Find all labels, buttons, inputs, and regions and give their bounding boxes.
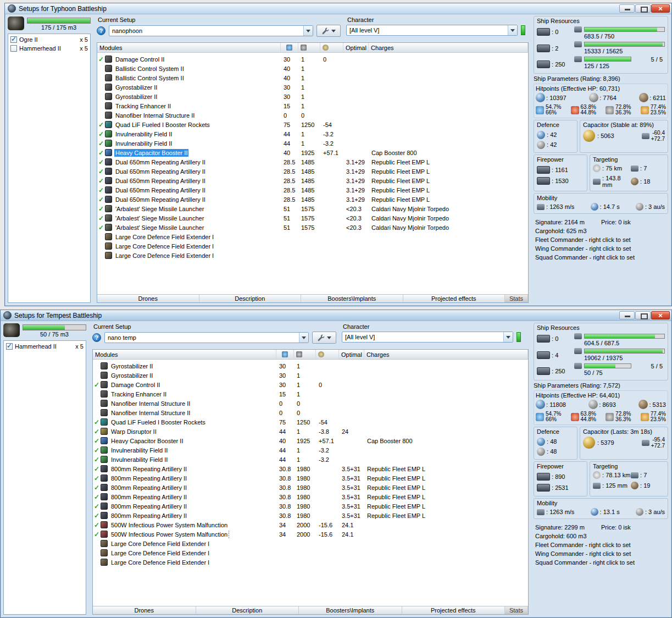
maximize-button[interactable]: [635, 4, 651, 13]
module-row[interactable]: 800mm Repeating Artillery II 30.8 1980 3…: [93, 501, 528, 511]
module-row[interactable]: Invulnerability Field II 44 1 -3.2: [97, 129, 528, 139]
module-row[interactable]: Gyrostabilizer II 30 1: [93, 371, 528, 380]
module-row[interactable]: 800mm Repeating Artillery II 30.8 1980 3…: [93, 473, 528, 483]
module-row[interactable]: Dual 650mm Repeating Artillery II 28.5 1…: [97, 167, 528, 176]
module-row[interactable]: Warp Disruptor II 44 1 -3.8 24: [93, 427, 528, 436]
close-button[interactable]: [651, 311, 670, 319]
module-row[interactable]: 800mm Repeating Artillery II 30.8 1980 3…: [93, 464, 528, 473]
wing-commander-setting[interactable]: Wing Commander - right click to set: [535, 550, 667, 557]
module-row[interactable]: Invulnerability Field II 44 1 -3.2: [97, 139, 528, 148]
module-row[interactable]: Dual 650mm Repeating Artillery II 28.5 1…: [97, 176, 528, 185]
setup-combobox[interactable]: nanophoon: [109, 25, 313, 36]
squad-commander-setting[interactable]: Squad Commander - right click to set: [535, 559, 667, 566]
module-row[interactable]: Gyrostabilizer II 30 1: [97, 82, 528, 92]
module-row[interactable]: Large Core Defence Field Extender I: [97, 241, 528, 251]
module-row[interactable]: 500W Infectious Power System Malfunction…: [93, 520, 528, 529]
titlebar[interactable]: Setups for Tempest Battleship: [1, 310, 671, 321]
footer-tab[interactable]: Projected effects: [402, 606, 506, 614]
module-row[interactable]: Ballistic Control System II 40 1: [97, 64, 528, 73]
column-header-cpu[interactable]: [281, 43, 298, 52]
column-header-charges[interactable]: Charges: [369, 43, 528, 52]
module-row[interactable]: Invulnerability Field II 44 1 -3.2: [93, 445, 528, 455]
minimize-button[interactable]: [619, 311, 635, 319]
module-row[interactable]: 'Arbalest' Siege Missile Launcher 51 157…: [97, 213, 528, 223]
column-header-cpu[interactable]: [276, 350, 294, 359]
module-row[interactable]: 800mm Repeating Artillery II 30.8 1980 3…: [93, 511, 528, 520]
help-icon[interactable]: [97, 26, 105, 35]
module-row[interactable]: Ballistic Control System II 40 1: [97, 73, 528, 82]
character-combobox[interactable]: [All level V]: [342, 332, 513, 343]
column-header-capacitor[interactable]: [316, 350, 339, 359]
titlebar[interactable]: Setups for Typhoon Battleship: [5, 3, 671, 14]
footer-tab[interactable]: Stats: [505, 606, 528, 614]
module-row[interactable]: 'Arbalest' Siege Missile Launcher 51 157…: [97, 223, 528, 232]
footer-tab[interactable]: Drones: [97, 295, 199, 302]
module-row[interactable]: Nanofiber Internal Structure II 0 0: [93, 399, 528, 408]
module-row[interactable]: Dual 650mm Repeating Artillery II 28.5 1…: [97, 157, 528, 167]
drone-list[interactable]: Ogre II x 5 Hammerhead II x 5: [8, 34, 91, 303]
column-header-capacitor[interactable]: [320, 43, 343, 52]
column-header-powergrid[interactable]: [298, 43, 320, 52]
module-row[interactable]: Large Core Defence Field Extender I: [93, 539, 528, 548]
drone-list-item[interactable]: Ogre II x 5: [9, 35, 90, 44]
module-row[interactable]: Damage Control II 30 1 0: [93, 380, 528, 389]
tools-button[interactable]: [312, 332, 336, 344]
fleet-commander-setting[interactable]: Fleet Commander - right click to set: [535, 542, 667, 548]
footer-tab[interactable]: Projected effects: [403, 295, 506, 302]
footer-tab[interactable]: Drones: [93, 606, 196, 614]
module-row[interactable]: Large Core Defence Field Extender I: [97, 251, 528, 260]
footer-tab[interactable]: Description: [199, 295, 302, 302]
module-row[interactable]: Dual 650mm Repeating Artillery II 28.5 1…: [97, 185, 528, 195]
drone-checkbox[interactable]: [6, 343, 13, 350]
module-row[interactable]: 'Arbalest' Siege Missile Launcher 51 157…: [97, 204, 528, 213]
squad-commander-setting[interactable]: Squad Commander - right click to set: [535, 254, 667, 261]
drone-checkbox[interactable]: [10, 45, 17, 52]
maximize-button[interactable]: [635, 311, 651, 319]
module-row[interactable]: 800mm Repeating Artillery II 30.8 1980 3…: [93, 492, 528, 501]
module-row[interactable]: Invulnerability Field II 44 1 -3.2: [93, 455, 528, 464]
module-row[interactable]: Quad LiF Fueled I Booster Rockets 75 125…: [93, 417, 528, 427]
module-row[interactable]: 500W Infectious Power System Malfunction…: [93, 529, 528, 539]
column-header-modules[interactable]: Modules: [93, 350, 276, 359]
module-row[interactable]: Heavy Capacitor Booster II 40 1925 +57.1…: [97, 148, 528, 157]
drone-list[interactable]: Hammerhead II x 5: [3, 340, 86, 615]
modules-table-header[interactable]: Modules Optimal Charges: [97, 43, 528, 53]
column-header-powergrid[interactable]: [294, 350, 316, 359]
module-row[interactable]: Heavy Capacitor Booster II 40 1925 +57.1…: [93, 436, 528, 445]
combobox-dropdown-icon[interactable]: [303, 26, 313, 36]
fleet-commander-setting[interactable]: Fleet Commander - right click to set: [535, 236, 667, 243]
module-row[interactable]: Dual 650mm Repeating Artillery II 28.5 1…: [97, 195, 528, 204]
module-row[interactable]: Nanofiber Internal Structure II 0 0: [97, 111, 528, 120]
module-row[interactable]: Tracking Enhancer II 15 1: [97, 101, 528, 111]
column-header-modules[interactable]: Modules: [97, 43, 281, 52]
module-row[interactable]: Large Core Defence Field Extender I: [93, 558, 528, 567]
module-row[interactable]: Quad LiF Fueled I Booster Rockets 75 125…: [97, 120, 528, 129]
module-row[interactable]: Tracking Enhancer II 15 1: [93, 389, 528, 399]
footer-tab[interactable]: Boosters\Implants: [299, 606, 402, 614]
footer-tab[interactable]: Stats: [505, 295, 528, 302]
module-row[interactable]: Nanofiber Internal Structure II 0 0: [93, 408, 528, 417]
drone-list-item[interactable]: Hammerhead II x 5: [9, 44, 90, 53]
combobox-dropdown-icon[interactable]: [508, 25, 517, 35]
combobox-dropdown-icon[interactable]: [299, 333, 308, 343]
column-header-charges[interactable]: Charges: [364, 350, 528, 359]
close-button[interactable]: [651, 4, 670, 13]
module-row[interactable]: Large Core Defence Field Extender I: [93, 548, 528, 558]
tools-button[interactable]: [316, 25, 341, 37]
module-row[interactable]: Damage Control II 30 1 0: [97, 54, 528, 64]
footer-tab[interactable]: Boosters\Implants: [301, 295, 403, 302]
setup-combobox[interactable]: nano temp: [104, 332, 309, 343]
drone-checkbox[interactable]: [10, 36, 17, 43]
footer-tab[interactable]: Description: [196, 606, 299, 614]
help-icon[interactable]: [92, 333, 101, 342]
module-row[interactable]: Large Core Defence Field Extender I: [97, 232, 528, 241]
module-row[interactable]: Gyrostabilizer II 30 1: [93, 361, 528, 371]
modules-table-header[interactable]: Modules Optimal Charges: [93, 350, 528, 360]
combobox-dropdown-icon[interactable]: [503, 332, 513, 342]
column-header-optimal[interactable]: Optimal: [339, 350, 364, 359]
column-header-optimal[interactable]: Optimal: [343, 43, 369, 52]
drone-list-item[interactable]: Hammerhead II x 5: [4, 342, 85, 351]
module-row[interactable]: 800mm Repeating Artillery II 30.8 1980 3…: [93, 483, 528, 492]
wing-commander-setting[interactable]: Wing Commander - right click to set: [535, 245, 667, 252]
module-row[interactable]: Gyrostabilizer II 30 1: [97, 92, 528, 101]
